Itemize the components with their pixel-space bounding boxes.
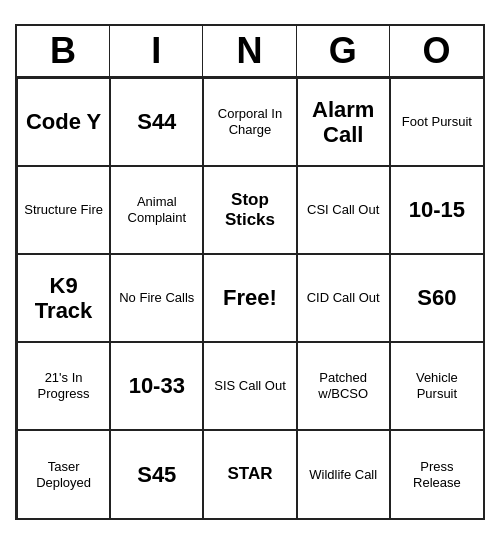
bingo-cell: S44 [110,78,203,166]
cell-text: Corporal In Charge [208,106,291,137]
bingo-cell: SIS Call Out [203,342,296,430]
bingo-cell: Patched w/BCSO [297,342,390,430]
cell-text: SIS Call Out [214,378,286,394]
cell-text: Foot Pursuit [402,114,472,130]
header-letter: B [17,26,110,76]
bingo-cell: Taser Deployed [17,430,110,518]
cell-text: Free! [223,285,277,311]
cell-text: Alarm Call [302,97,385,148]
cell-text: CID Call Out [307,290,380,306]
bingo-cell: Alarm Call [297,78,390,166]
bingo-cell: Press Release [390,430,483,518]
cell-text: Animal Complaint [115,194,198,225]
cell-text: S45 [137,462,176,487]
bingo-cell: STAR [203,430,296,518]
bingo-header: BINGO [17,26,483,78]
header-letter: N [203,26,296,76]
bingo-cell: Foot Pursuit [390,78,483,166]
bingo-cell: 10-33 [110,342,203,430]
bingo-cell: 21's In Progress [17,342,110,430]
bingo-cell: K9 Track [17,254,110,342]
cell-text: 21's In Progress [22,370,105,401]
cell-text: S60 [417,285,456,310]
cell-text: STAR [227,464,272,484]
header-letter: O [390,26,483,76]
cell-text: Stop Sticks [208,190,291,231]
bingo-cell: Code Y [17,78,110,166]
cell-text: Wildlife Call [309,467,377,483]
bingo-cell: Corporal In Charge [203,78,296,166]
bingo-cell: S45 [110,430,203,518]
bingo-cell: Stop Sticks [203,166,296,254]
bingo-grid: Code YS44Corporal In ChargeAlarm CallFoo… [17,78,483,518]
cell-text: Patched w/BCSO [302,370,385,401]
cell-text: Code Y [26,109,101,134]
bingo-cell: CID Call Out [297,254,390,342]
bingo-cell: Wildlife Call [297,430,390,518]
cell-text: 10-33 [129,373,185,398]
cell-text: Press Release [395,459,479,490]
bingo-cell: Vehicle Pursuit [390,342,483,430]
bingo-card: BINGO Code YS44Corporal In ChargeAlarm C… [15,24,485,520]
bingo-cell: No Fire Calls [110,254,203,342]
cell-text: 10-15 [409,197,465,222]
bingo-cell: Free! [203,254,296,342]
cell-text: CSI Call Out [307,202,379,218]
header-letter: I [110,26,203,76]
bingo-cell: Structure Fire [17,166,110,254]
cell-text: S44 [137,109,176,134]
header-letter: G [297,26,390,76]
cell-text: K9 Track [22,273,105,324]
bingo-cell: 10-15 [390,166,483,254]
bingo-cell: Animal Complaint [110,166,203,254]
cell-text: No Fire Calls [119,290,194,306]
cell-text: Structure Fire [24,202,103,218]
cell-text: Taser Deployed [22,459,105,490]
bingo-cell: S60 [390,254,483,342]
bingo-cell: CSI Call Out [297,166,390,254]
cell-text: Vehicle Pursuit [395,370,479,401]
